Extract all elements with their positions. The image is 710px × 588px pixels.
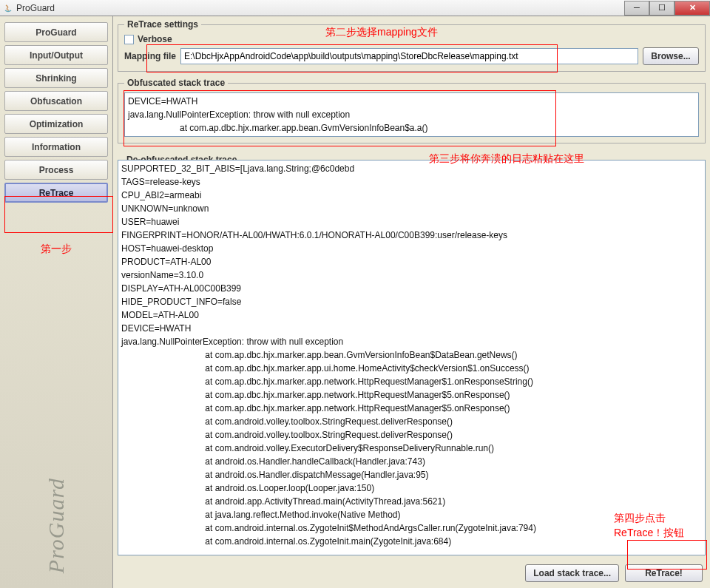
load-stack-trace-button[interactable]: Load stack trace... [525, 564, 619, 582]
sidebar-item-obfuscation[interactable]: Obfuscation [4, 91, 108, 111]
title-bar: ProGuard ─ ☐ ✕ [0, 0, 710, 16]
deobfuscated-trace-textarea[interactable]: SUPPORTED_32_BIT_ABIS=[Ljava.lang.String… [118, 160, 706, 555]
maximize-button[interactable]: ☐ [649, 1, 674, 16]
sidebar-item-optimization[interactable]: Optimization [4, 114, 108, 134]
retrace-button[interactable]: ReTrace! [625, 564, 703, 582]
main-panel: ReTrace settings Verbose Mapping file Br… [113, 16, 710, 588]
retrace-settings-legend: ReTrace settings [124, 19, 201, 30]
minimize-button[interactable]: ─ [624, 1, 649, 16]
window-title: ProGuard [16, 3, 55, 13]
obfuscated-trace-textarea[interactable]: DEVICE=HWATHjava.lang.NullPointerExcepti… [124, 92, 699, 137]
verbose-label: Verbose [138, 34, 172, 44]
proguard-vertical-label: ProGuard [44, 478, 69, 573]
obfuscated-legend: Obfuscated stack trace [124, 78, 228, 88]
verbose-checkbox[interactable] [124, 35, 134, 44]
java-icon [3, 3, 13, 13]
mapping-file-input[interactable] [180, 48, 638, 64]
close-button[interactable]: ✕ [674, 1, 710, 16]
sidebar-item-information[interactable]: Information [4, 137, 108, 157]
obfuscated-trace-group: Obfuscated stack trace DEVICE=HWATHjava.… [118, 78, 706, 143]
sidebar-item-process[interactable]: Process [4, 160, 108, 180]
browse-button[interactable]: Browse... [643, 47, 699, 65]
sidebar-item-input-output[interactable]: Input/Output [4, 45, 108, 65]
sidebar-item-retrace[interactable]: ReTrace [4, 183, 108, 203]
retrace-settings-group: ReTrace settings Verbose Mapping file Br… [118, 19, 706, 72]
sidebar: ProGuard Input/Output Shrinking Obfuscat… [0, 16, 113, 588]
button-bar: Load stack trace... ReTrace! [113, 558, 710, 588]
sidebar-item-proguard[interactable]: ProGuard [4, 22, 108, 42]
sidebar-item-shrinking[interactable]: Shrinking [4, 68, 108, 88]
mapping-file-label: Mapping file [124, 51, 176, 61]
